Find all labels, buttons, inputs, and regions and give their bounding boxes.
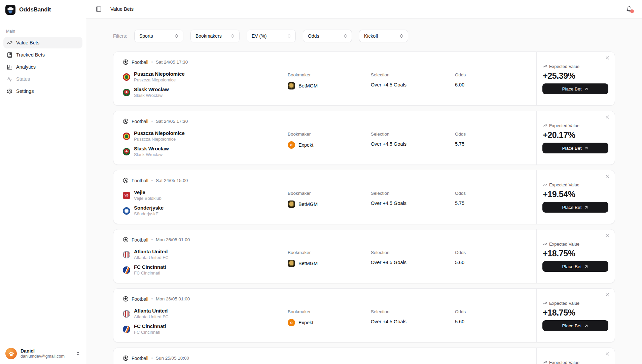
home-team-name: Atlanta United [134,308,169,314]
expected-value-panel: Expected Value +19.54% Place Bet [536,170,615,224]
bookmaker-name: Expekt [298,142,313,148]
place-bet-button[interactable]: Place Bet [542,320,608,331]
dismiss-bet-button[interactable] [605,351,610,357]
sidebar-toggle-button[interactable] [96,6,102,12]
bookmaker-name: BetMGM [298,261,318,266]
match-meta: Football • Sat 24/05 15:00 [123,178,188,183]
away-team-row: Sonderjyske SönderjyskE [123,205,164,217]
selection-column: Selection Over +4.5 Goals [371,72,406,87]
bookmaker-column: Bookmaker BetMGM [288,72,318,89]
teams: Vejle Vejle Boldklub Sonderjyske Sönderj… [123,189,164,217]
home-team-subtitle: Puszcza Niepołomice [134,137,185,142]
selection-header: Selection [371,191,406,196]
sidebar-item-label: Status [16,76,30,82]
place-bet-button[interactable]: Place Bet [542,143,608,153]
place-bet-button[interactable]: Place Bet [542,83,608,94]
away-team-name: Slask Wroclaw [134,86,169,93]
kickoff-datetime: Mon 26/05 01:00 [156,296,190,301]
place-bet-label: Place Bet [562,86,582,92]
sport-label: Football [132,178,148,183]
home-team-logo [123,73,130,81]
sidebar-item-label: Tracked Bets [16,52,45,58]
value-bet-card: Football • Mon 26/05 01:00 Atlanta Unite… [113,229,615,283]
away-team-logo [123,148,130,155]
place-bet-button[interactable]: Place Bet [542,202,608,213]
sidebar-item-settings[interactable]: Settings [3,85,82,97]
arrow-up-right-icon [584,87,588,91]
sidebar-item-status[interactable]: Status [3,73,82,85]
sidebar-item-tracked-bets[interactable]: Tracked Bets [3,49,82,61]
home-team-logo [123,251,130,258]
bookmaker-column: Bookmaker Expekt [288,309,313,326]
dot-separator: • [151,297,153,301]
arrow-up-right-icon [584,205,588,210]
football-icon [123,118,129,124]
dismiss-bet-button[interactable] [605,292,610,297]
close-icon [605,233,610,238]
filter-sports[interactable]: Sports [134,30,183,42]
user-email: daniumdev@gmail.com [21,354,65,359]
odds-column: Odds 5.60 [455,250,466,265]
away-team-subtitle: FC Cincinnati [134,270,166,276]
place-bet-label: Place Bet [562,264,582,269]
match-meta: Football • Sun 25/05 18:00 [123,355,189,361]
arrow-up-right-icon [584,264,588,269]
dismiss-bet-button[interactable] [605,174,610,179]
home-team-subtitle: Puszcza Niepołomice [134,77,185,83]
odds-header: Odds [455,191,466,196]
home-team-subtitle: Vejle Boldklub [134,196,162,201]
value-bets-list: Football • Sat 24/05 17:30 Puszcza Niepo… [113,51,615,364]
filter-kickoff[interactable]: Kickoff [359,30,408,42]
trending-up-icon [543,183,547,187]
dismiss-bet-button[interactable] [605,233,610,238]
bookmaker-name: Expekt [298,320,313,325]
bookmaker-name: BetMGM [298,83,318,88]
home-team-row: Atlanta United Atlanta United FC [123,248,169,261]
close-icon [605,174,610,179]
teams: Atlanta United Atlanta United FC FC Cinc… [123,307,169,335]
expected-value-panel: Expected Value +25.39% Place Bet [536,52,615,105]
football-icon [123,178,129,183]
filter-ev[interactable]: EV (%) [247,30,296,42]
away-team-name: FC Cincinnati [134,264,166,270]
brand-name: OddsBandit [19,6,51,13]
sidebar-item-label: Analytics [16,64,36,70]
bookmaker-logo [288,260,295,267]
kickoff-datetime: Sat 24/05 17:30 [156,60,188,65]
dismiss-bet-button[interactable] [605,114,610,120]
match-meta: Football • Mon 26/05 01:00 [123,296,190,302]
chevrons-up-down-icon[interactable] [76,351,80,356]
expected-value-label: Expected Value [549,360,579,364]
notifications-button[interactable] [626,6,633,12]
activity-icon [7,76,12,82]
value-bet-card: Football • Sat 24/05 15:00 Vejle Vejle B… [113,170,615,224]
away-team-logo [123,266,130,274]
sport-label: Football [132,237,148,243]
odds-header: Odds [455,250,466,255]
away-team-subtitle: SönderjyskE [134,211,164,217]
home-team-row: Puszcza Niepolomice Puszcza Niepołomice [123,71,185,83]
expected-value-label: Expected Value [549,242,579,247]
oddsbandit-logo-icon [5,5,15,15]
sport-label: Football [132,60,148,65]
value-bet-card: Football • Sat 24/05 17:30 Puszcza Niepo… [113,111,615,165]
dot-separator: • [151,119,153,124]
nav-section-label: Main [3,29,82,34]
expected-value-label: Expected Value [549,301,579,306]
selection-value: Over +4.5 Goals [371,201,406,206]
gear-icon [7,88,12,94]
bookmaker-header: Bookmaker [288,132,313,137]
bookmaker-logo [288,82,295,89]
selection-column: Selection Over +4.5 Goals [371,309,406,324]
dismiss-bet-button[interactable] [605,55,610,61]
bookmaker-column: Bookmaker Expekt [288,132,313,149]
sidebar-item-analytics[interactable]: Analytics [3,61,82,73]
trending-up-icon [543,64,547,69]
sidebar-item-value-bets[interactable]: Value Bets [3,37,82,48]
filter-bookmakers[interactable]: Bookmakers [190,30,240,42]
bookmaker-name: BetMGM [298,202,318,207]
filter-bookmakers-label: Bookmakers [195,33,222,39]
place-bet-button[interactable]: Place Bet [542,261,608,272]
user-menu[interactable]: Daniel daniumdev@gmail.com [0,343,86,364]
filter-odds[interactable]: Odds [303,30,352,42]
